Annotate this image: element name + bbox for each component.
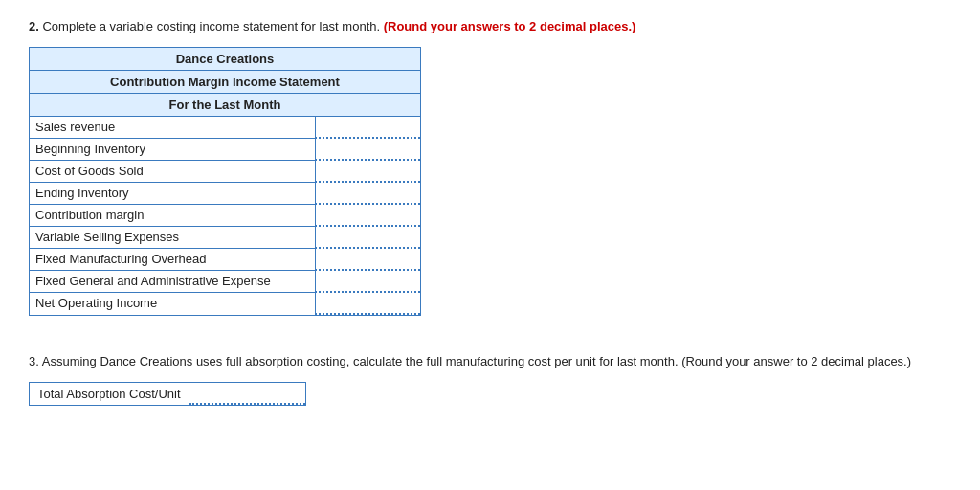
- question2-header: 2. Complete a variable costing income st…: [29, 19, 951, 33]
- row-value-input[interactable]: [316, 226, 420, 248]
- table-row: Variable Selling Expenses: [30, 226, 420, 248]
- question2-text: Complete a variable costing income state…: [42, 19, 383, 33]
- absorption-value-input[interactable]: [189, 384, 305, 405]
- value-input[interactable]: [322, 186, 414, 200]
- question2-note: (Round your answers to 2 decimal places.…: [384, 19, 636, 33]
- table-row: Cost of Goods Sold: [30, 160, 420, 182]
- row-value-input[interactable]: [316, 160, 420, 182]
- question3-text: Assuming Dance Creations uses full absor…: [42, 354, 681, 368]
- row-value-input[interactable]: [316, 248, 420, 270]
- row-label: Variable Selling Expenses: [30, 226, 316, 248]
- table-row: Fixed Manufacturing Overhead: [30, 248, 420, 270]
- row-label: Fixed General and Administrative Expense: [30, 270, 316, 292]
- income-table: Sales revenueBeginning InventoryCost of …: [30, 117, 420, 315]
- row-value-input[interactable]: [316, 270, 420, 292]
- absorption-label: Total Absorption Cost/Unit: [30, 383, 189, 405]
- row-label: Net Operating Income: [30, 292, 316, 314]
- company-name: Dance Creations: [30, 48, 420, 71]
- period: For the Last Month: [30, 94, 420, 117]
- table-row: Sales revenue: [30, 117, 420, 138]
- value-input[interactable]: [322, 230, 414, 244]
- table-row: Beginning Inventory: [30, 138, 420, 160]
- question2-number: 2.: [29, 19, 39, 33]
- question3-number: 3.: [29, 354, 39, 368]
- statement-title: Contribution Margin Income Statement: [30, 71, 420, 94]
- income-statement-table: Dance Creations Contribution Margin Inco…: [29, 47, 421, 316]
- value-input[interactable]: [322, 120, 414, 134]
- row-label: Beginning Inventory: [30, 138, 316, 160]
- value-input[interactable]: [322, 164, 414, 178]
- value-input[interactable]: [322, 142, 414, 156]
- row-value-input[interactable]: [316, 292, 420, 314]
- row-label: Contribution margin: [30, 204, 316, 226]
- value-input[interactable]: [322, 208, 414, 222]
- question3-section: 3. Assuming Dance Creations uses full ab…: [29, 354, 951, 406]
- value-input[interactable]: [322, 252, 414, 266]
- value-input[interactable]: [322, 296, 414, 310]
- question3-header: 3. Assuming Dance Creations uses full ab…: [29, 354, 951, 368]
- row-label: Fixed Manufacturing Overhead: [30, 248, 316, 270]
- row-value-input[interactable]: [316, 182, 420, 204]
- row-value-input[interactable]: [316, 117, 420, 138]
- table-row: Net Operating Income: [30, 292, 420, 314]
- row-label: Sales revenue: [30, 117, 316, 138]
- row-label: Ending Inventory: [30, 182, 316, 204]
- row-value-input[interactable]: [316, 204, 420, 226]
- row-value-input[interactable]: [316, 138, 420, 160]
- value-input[interactable]: [322, 274, 414, 288]
- row-label: Cost of Goods Sold: [30, 160, 316, 182]
- absorption-cost-row: Total Absorption Cost/Unit: [29, 382, 306, 406]
- table-row: Ending Inventory: [30, 182, 420, 204]
- table-row: Fixed General and Administrative Expense: [30, 270, 420, 292]
- table-row: Contribution margin: [30, 204, 420, 226]
- question3-note: (Round your answer to 2 decimal places.): [681, 354, 911, 368]
